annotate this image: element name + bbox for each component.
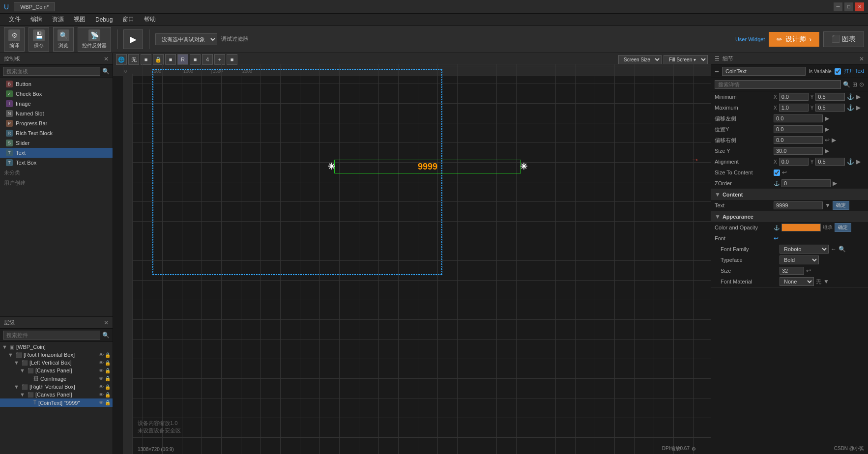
- titlebar-tab[interactable]: WBP_Coin*: [14, 2, 55, 11]
- pos-y-expand[interactable]: ▶: [825, 126, 829, 133]
- vp-grid-icon[interactable]: ■: [165, 54, 176, 65]
- maximum-y-input[interactable]: [815, 104, 845, 112]
- vp-plus-icon[interactable]: +: [214, 54, 225, 65]
- vp-settings-icon[interactable]: ■: [227, 54, 237, 65]
- align-anchor-btn[interactable]: ⚓: [847, 158, 854, 165]
- layers-panel-close[interactable]: ✕: [104, 319, 109, 326]
- tree-vis-btn-cp2[interactable]: 👁: [99, 392, 104, 397]
- text-content-input[interactable]: [774, 201, 823, 209]
- panel-item-slider[interactable]: S Slider: [0, 138, 113, 148]
- tree-coin-text[interactable]: ▶ T [CoinText] "9999" 👁 🔒: [0, 398, 113, 407]
- tree-canvas-panel2[interactable]: ▼ ⬛ [Canvas Panel] 👁 🔒: [0, 391, 113, 398]
- menu-file[interactable]: 文件: [4, 14, 26, 25]
- right-view-toggle[interactable]: ⊞: [852, 81, 857, 88]
- size-y-input[interactable]: [774, 147, 823, 155]
- font-family-back-btn[interactable]: ←: [831, 246, 837, 253]
- play-btn[interactable]: ▶: [123, 29, 143, 49]
- align-expand-btn[interactable]: ▶: [856, 158, 861, 165]
- save-btn[interactable]: 💾 保存: [29, 27, 49, 52]
- tree-lock-btn-ct[interactable]: 🔒: [105, 400, 111, 405]
- tree-canvas-panel1[interactable]: ▼ ⬛ [Canvas Panel] 👁 🔒: [0, 367, 113, 374]
- size-to-content-check[interactable]: [774, 170, 780, 176]
- tree-lock-btn-rhbox[interactable]: 🔒: [105, 352, 111, 358]
- viewport-canvas[interactable]: ✳ 9999 ✳ 设备内容缩放1.0 未设置设备安全区 1308×720 (16…: [123, 64, 711, 454]
- tree-lock-btn-ci[interactable]: 🔒: [105, 376, 111, 381]
- panel-item-button[interactable]: B Button: [0, 79, 113, 89]
- maximize-btn[interactable]: □: [844, 2, 853, 11]
- tree-vis-btn-rvbox[interactable]: 👁: [99, 384, 104, 390]
- maximum-expand-btn[interactable]: ▶: [856, 104, 861, 111]
- panel-item-progress-bar[interactable]: P Progress Bar: [0, 118, 113, 128]
- offset-right-input[interactable]: [774, 136, 823, 144]
- search-icon[interactable]: 🔍: [102, 68, 110, 75]
- is-variable-checkbox[interactable]: [835, 68, 841, 75]
- font-material-expand[interactable]: ▼: [823, 278, 829, 285]
- tree-vis-btn-ct[interactable]: 👁: [99, 400, 104, 405]
- tree-vis-btn-lvbox[interactable]: 👁: [99, 360, 104, 366]
- offset-right-expand2[interactable]: ▶: [832, 137, 836, 143]
- maximum-anchor-btn[interactable]: ⚓: [847, 104, 854, 111]
- text-confirm-btn[interactable]: 确定: [833, 201, 849, 210]
- tree-root-hbox[interactable]: ▼ ⬛ [Root Horizontal Box] 👁 🔒: [0, 351, 113, 359]
- fill-screen-select[interactable]: Fill Screen ▾: [664, 55, 708, 64]
- minimum-y-input[interactable]: [815, 93, 845, 101]
- right-options-icon[interactable]: ⊙: [859, 81, 864, 88]
- menu-edit[interactable]: 编辑: [26, 14, 47, 25]
- layers-search-icon[interactable]: 🔍: [102, 332, 110, 339]
- minimum-anchor-btn[interactable]: ⚓: [847, 93, 854, 100]
- align-x-input[interactable]: [779, 158, 809, 166]
- tree-left-vbox[interactable]: ▼ ⬛ [Left Vertical Box] 👁 🔒: [0, 359, 113, 367]
- vp-none-icon[interactable]: 无: [128, 54, 139, 65]
- font-size-expand[interactable]: ↩: [806, 267, 811, 274]
- offset-right-expand[interactable]: ↩: [825, 137, 830, 143]
- panel-item-named-slot[interactable]: N Named Slot: [0, 109, 113, 118]
- tree-vis-btn-cp1[interactable]: 👁: [99, 368, 104, 373]
- size-to-content-expand[interactable]: ↩: [782, 169, 787, 176]
- align-y-input[interactable]: [815, 158, 845, 166]
- tree-vis-btn-ci[interactable]: 👁: [99, 376, 104, 381]
- color-confirm-btn[interactable]: 确定: [835, 223, 851, 232]
- menu-window[interactable]: 窗口: [117, 14, 139, 25]
- resize-handle-right[interactable]: ✳: [520, 161, 527, 172]
- minimum-x-input[interactable]: [779, 93, 809, 101]
- font-family-search-icon[interactable]: 🔍: [839, 246, 846, 253]
- content-section-header[interactable]: ▼ Content: [711, 189, 868, 200]
- minimize-btn[interactable]: ─: [834, 2, 842, 11]
- tree-lock-btn-rvbox[interactable]: 🔒: [105, 384, 111, 390]
- pos-y-input[interactable]: [774, 125, 823, 133]
- panel-item-image[interactable]: I Image: [0, 99, 113, 109]
- open-text-label[interactable]: 打开 Text: [844, 68, 864, 75]
- debug-select[interactable]: 没有选中调试对象: [155, 33, 217, 45]
- size-y-expand[interactable]: ▶: [825, 147, 829, 154]
- vp-4-icon[interactable]: 4: [202, 54, 213, 65]
- layers-search-input[interactable]: [3, 331, 100, 340]
- menu-debug[interactable]: Debug: [90, 15, 117, 24]
- widget-name-input[interactable]: [722, 67, 806, 76]
- vp-lock-icon[interactable]: 🔒: [153, 54, 164, 65]
- close-btn[interactable]: ✕: [855, 2, 864, 11]
- vp-layout-icon[interactable]: ■: [190, 54, 201, 65]
- offset-left-expand[interactable]: ▶: [825, 115, 829, 122]
- panel-item-text[interactable]: T Text: [0, 148, 113, 158]
- browse-btn[interactable]: 🔍 浏览: [53, 27, 74, 52]
- text-content-expand[interactable]: ▼: [825, 202, 831, 209]
- zorder-expand[interactable]: ▶: [833, 180, 837, 187]
- screen-size-select[interactable]: Screen Size: [618, 55, 662, 64]
- font-expand-btn[interactable]: ↩: [774, 235, 779, 242]
- panel-item-rich-text[interactable]: R Rich Text Block: [0, 128, 113, 138]
- menu-view[interactable]: 视图: [69, 14, 90, 25]
- minimum-expand-btn[interactable]: ▶: [856, 93, 861, 100]
- vp-globe-icon[interactable]: 🌐: [116, 54, 127, 65]
- font-size-input[interactable]: [780, 267, 804, 275]
- zorder-input[interactable]: [781, 179, 831, 187]
- typeface-select[interactable]: Bold: [780, 255, 819, 264]
- graph-btn[interactable]: ⬛ 图表: [823, 31, 864, 47]
- right-search-input[interactable]: [715, 80, 841, 89]
- tree-wbp-coin[interactable]: ▼ ▣ [WBP_Coin]: [0, 343, 113, 351]
- right-panel-close[interactable]: ✕: [859, 56, 864, 62]
- offset-left-input[interactable]: [774, 114, 823, 122]
- right-search-icon[interactable]: 🔍: [843, 81, 850, 88]
- menu-asset[interactable]: 资源: [47, 14, 69, 25]
- font-material-select[interactable]: None: [780, 277, 814, 286]
- maximum-x-input[interactable]: [779, 104, 809, 112]
